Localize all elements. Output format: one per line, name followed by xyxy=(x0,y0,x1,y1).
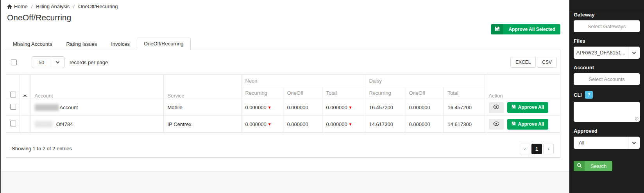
home-icon xyxy=(7,4,12,9)
approve-all-selected-label: Approve All Selected xyxy=(503,24,560,34)
chevron-down-icon xyxy=(632,140,636,144)
daisy-oneoff-cell: 0.000000 xyxy=(405,99,444,116)
sort-asc-icon xyxy=(23,95,27,98)
excel-export-button[interactable]: EXCEL xyxy=(510,57,536,68)
save-icon xyxy=(512,105,516,110)
account-cell: _Of4784 xyxy=(35,121,159,128)
search-button-label: Search xyxy=(585,161,612,171)
csv-export-button[interactable]: CSV xyxy=(537,57,557,68)
account-cell: Account xyxy=(35,104,159,111)
group-header-daisy: Daisy xyxy=(365,75,485,87)
pagination-prev-button[interactable]: ‹ xyxy=(520,144,530,154)
sort-column-header[interactable] xyxy=(20,75,30,99)
pagination-page-1-button[interactable]: 1 xyxy=(531,144,542,154)
account-label: Account xyxy=(60,105,78,110)
chevron-down-icon xyxy=(56,60,60,64)
files-selected-value: APRW23_DFA8151... xyxy=(574,47,628,59)
app-window: Home / Billing Analysis / OneOff/Recurri… xyxy=(0,0,644,193)
neon-oneoff-cell: 0.000000 xyxy=(283,99,322,116)
select-all-checkbox-top[interactable] xyxy=(11,60,17,65)
neon-total-cell: 0.000000▼ xyxy=(322,99,365,116)
row-checkbox[interactable] xyxy=(10,121,16,126)
gateway-label: Gateway xyxy=(574,12,640,18)
eye-icon xyxy=(493,105,499,110)
billing-table: Account Service Neon Daisy Action Recurr… xyxy=(6,74,560,133)
column-header-neon-recurring[interactable]: Recurring xyxy=(241,87,283,99)
search-icon xyxy=(577,163,582,169)
column-header-service[interactable]: Service xyxy=(163,75,241,99)
eye-icon xyxy=(493,121,499,127)
save-icon xyxy=(495,26,500,32)
chevron-down-icon xyxy=(632,50,636,54)
approve-all-row-button[interactable]: Approve All xyxy=(507,119,549,130)
daisy-total-cell: 16.457200 xyxy=(444,99,485,116)
decrease-flag-icon: ▼ xyxy=(349,105,352,110)
redacted-account-name xyxy=(35,121,53,128)
neon-total-cell: 0.000000▼ xyxy=(322,116,365,133)
redacted-account-name xyxy=(35,104,59,111)
daisy-oneoff-cell: 0.000000 xyxy=(405,116,444,133)
cli-textarea[interactable] xyxy=(574,102,640,122)
daisy-recurring-cell: 14.617300 xyxy=(365,116,405,133)
daisy-recurring-cell: 16.457200 xyxy=(365,99,405,116)
approve-all-selected-button[interactable]: Approve All Selected xyxy=(491,24,560,34)
table-row: Account Mobile 0.000000▼ 0.000000 0.0000… xyxy=(6,99,560,116)
files-label: Files xyxy=(574,38,640,44)
neon-recurring-cell: 0.000000▼ xyxy=(241,116,283,133)
approved-label: Approved xyxy=(574,128,640,134)
main-content: Home / Billing Analysis / OneOff/Recurri… xyxy=(1,0,569,193)
cli-label: CLI xyxy=(574,92,582,98)
column-header-neon-total[interactable]: Total xyxy=(322,87,365,99)
column-header-daisy-oneoff[interactable]: OneOff xyxy=(405,87,444,99)
cli-field-group: CLI ? xyxy=(574,91,640,99)
breadcrumb-billing-analysis[interactable]: Billing Analysis xyxy=(36,4,70,9)
breadcrumb: Home / Billing Analysis / OneOff/Recurri… xyxy=(7,4,118,9)
records-per-page-label: records per page xyxy=(70,60,108,65)
account-input[interactable] xyxy=(574,73,640,85)
gateway-field-group: Gateway xyxy=(574,12,640,32)
select-all-checkbox-header[interactable] xyxy=(10,92,16,97)
approve-all-label: Approve All xyxy=(518,121,544,127)
tab-oneoff-recurring[interactable]: OneOff/Recurring xyxy=(137,38,191,50)
service-cell: IP Centrex xyxy=(163,116,241,133)
view-details-button[interactable] xyxy=(489,119,504,130)
decrease-flag-icon: ▼ xyxy=(349,122,352,126)
page-title: OneOff/Recurring xyxy=(7,13,71,22)
entries-summary: Showing 1 to 2 of 2 entries xyxy=(12,144,72,154)
breadcrumb-separator: / xyxy=(73,4,75,9)
breadcrumb-home[interactable]: Home xyxy=(7,4,28,9)
gateway-input[interactable] xyxy=(574,20,640,32)
files-select[interactable]: APRW23_DFA8151... xyxy=(574,47,640,59)
approve-all-label: Approve All xyxy=(518,105,544,110)
tab-invoices[interactable]: Invoices xyxy=(104,38,137,50)
tab-content-panel: 50 records per page EXCEL CSV xyxy=(6,50,560,158)
files-field-group: Files APRW23_DFA8151... xyxy=(574,38,640,59)
list-controls: 50 records per page EXCEL CSV xyxy=(6,50,560,74)
column-header-daisy-recurring[interactable]: Recurring xyxy=(365,87,405,99)
column-header-neon-oneoff[interactable]: OneOff xyxy=(283,87,322,99)
table-row: _Of4784 IP Centrex 0.000000▼ 0.000000 0.… xyxy=(6,116,560,133)
row-checkbox[interactable] xyxy=(10,104,16,110)
table-footer: Showing 1 to 2 of 2 entries ‹ 1 › xyxy=(6,133,560,157)
breadcrumb-current-page: OneOff/Recurring xyxy=(78,4,118,9)
cli-help-badge[interactable]: ? xyxy=(585,91,593,99)
view-details-button[interactable] xyxy=(489,102,504,113)
page-size-select[interactable]: 50 xyxy=(32,56,64,68)
tab-rating-issues[interactable]: Rating Issues xyxy=(59,38,104,50)
tab-missing-accounts[interactable]: Missing Accounts xyxy=(6,38,59,50)
search-button[interactable]: Search xyxy=(574,161,612,171)
decrease-flag-icon: ▼ xyxy=(268,122,272,126)
column-header-account[interactable]: Account xyxy=(30,75,163,99)
service-cell: Mobile xyxy=(163,99,241,116)
column-header-daisy-total[interactable]: Total xyxy=(444,87,485,99)
approved-field-group: Approved All xyxy=(574,128,640,149)
approved-selected-value: All xyxy=(574,137,628,149)
pagination-next-button[interactable]: › xyxy=(543,144,554,154)
account-field-group: Account xyxy=(574,65,640,85)
approved-select[interactable]: All xyxy=(574,137,640,149)
approve-all-row-button[interactable]: Approve All xyxy=(507,102,549,113)
account-filter-label: Account xyxy=(574,65,640,70)
breadcrumb-separator: / xyxy=(31,4,33,9)
filter-sidebar: Gateway Files APRW23_DFA8151... Account … xyxy=(569,0,644,193)
column-header-action: Action xyxy=(485,75,560,99)
